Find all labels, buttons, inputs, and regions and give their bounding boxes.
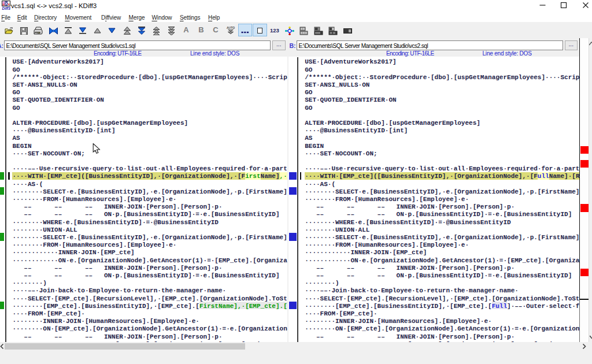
svg-text:Diff3: Diff3 — [2, 6, 11, 10]
